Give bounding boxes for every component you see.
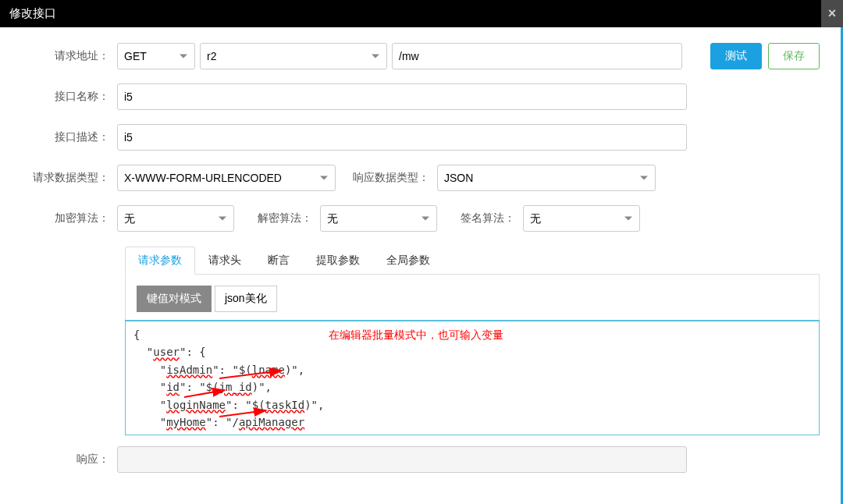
save-button[interactable]: 保存 xyxy=(768,43,820,69)
row-data-types: 请求数据类型： X-WWW-FORM-URLENCODED 响应数据类型： JS… xyxy=(23,165,820,191)
row-response: 响应： xyxy=(23,446,820,473)
label-interface-name: 接口名称： xyxy=(23,90,117,104)
mode-json-beautify-button[interactable]: json美化 xyxy=(215,286,277,312)
dialog-title: 修改接口 xyxy=(9,6,56,20)
label-decrypt-algo: 解密算法： xyxy=(234,211,320,225)
dialog-body: 请求地址： GET r2 测试 保存 接口名称： 接口描述： 请求数据类型： X… xyxy=(0,27,843,502)
response-data-type-select[interactable]: JSON xyxy=(437,165,656,191)
interface-desc-input[interactable] xyxy=(117,124,687,151)
tab-global-params[interactable]: 全局参数 xyxy=(373,247,443,275)
close-icon: × xyxy=(828,5,837,22)
row-request-url: 请求地址： GET r2 测试 保存 xyxy=(23,43,820,69)
request-data-type-select[interactable]: X-WWW-FORM-URLENCODED xyxy=(117,165,336,191)
param-tabs: 请求参数 请求头 断言 提取参数 全局参数 xyxy=(125,246,820,275)
test-button[interactable]: 测试 xyxy=(710,43,762,69)
tab-request-headers[interactable]: 请求头 xyxy=(195,247,254,275)
label-interface-desc: 接口描述： xyxy=(23,130,117,144)
close-button[interactable]: × xyxy=(821,0,843,27)
annotation-text: 在编辑器批量模式中，也可输入变量 xyxy=(329,326,503,343)
decrypt-algo-select[interactable]: 无 xyxy=(320,205,437,232)
tab-request-params[interactable]: 请求参数 xyxy=(125,247,195,275)
tab-assertions[interactable]: 断言 xyxy=(254,247,303,275)
label-response-data-type: 响应数据类型： xyxy=(336,171,437,185)
tab-extract-params[interactable]: 提取参数 xyxy=(303,247,373,275)
mode-keyvalue-button[interactable]: 键值对模式 xyxy=(137,286,212,312)
encrypt-algo-select[interactable]: 无 xyxy=(117,205,234,232)
sign-algo-select[interactable]: 无 xyxy=(523,205,640,232)
label-request-data-type: 请求数据类型： xyxy=(23,171,117,185)
method-select[interactable]: GET xyxy=(117,43,195,69)
mode-row: 键值对模式 json美化 xyxy=(125,275,820,320)
params-editor[interactable]: { "user": { "isAdmin": "$(lname)", "id":… xyxy=(125,320,820,435)
path-input[interactable] xyxy=(392,43,682,69)
response-input[interactable] xyxy=(117,446,687,473)
row-interface-name: 接口名称： xyxy=(23,83,820,110)
label-request-url: 请求地址： xyxy=(23,49,117,63)
dialog-header: 修改接口 × xyxy=(0,0,843,27)
label-response: 响应： xyxy=(23,453,117,467)
row-algos: 加密算法： 无 解密算法： 无 签名算法： 无 xyxy=(23,205,820,232)
host-select[interactable]: r2 xyxy=(200,43,387,69)
label-encrypt-algo: 加密算法： xyxy=(23,211,117,225)
interface-name-input[interactable] xyxy=(117,83,687,110)
row-interface-desc: 接口描述： xyxy=(23,124,820,151)
label-sign-algo: 签名算法： xyxy=(437,211,523,225)
